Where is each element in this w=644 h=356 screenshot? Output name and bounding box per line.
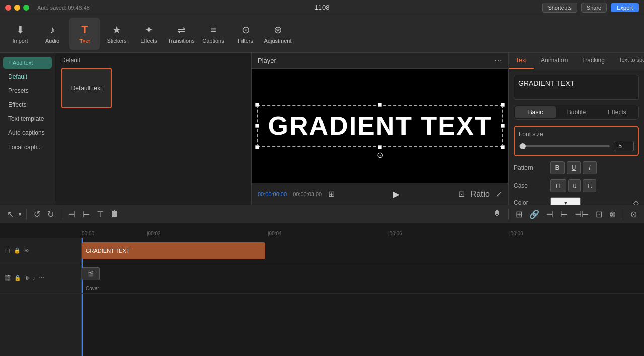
right-content: GRADIENT TEXT Basic Bubble Effects Font … <box>509 69 644 205</box>
timeline-track-labels: TT 🔒 👁 🎬 🔒 👁 ♪ ⋯ <box>0 238 82 356</box>
ruler-mark-2: |00:04 <box>268 231 282 236</box>
clock-button[interactable]: ⊙ <box>628 208 639 220</box>
handle-bottom-left[interactable] <box>255 145 259 149</box>
sidebar-item-default[interactable]: Default <box>3 70 52 83</box>
tab-tracking[interactable]: Tracking <box>575 53 612 69</box>
window-controls[interactable] <box>5 5 29 11</box>
divider-4 <box>623 209 623 219</box>
sidebar-item-local-captions[interactable]: Local capti... <box>3 140 52 154</box>
font-size-slider-track[interactable] <box>519 145 610 147</box>
select-tool-button[interactable]: ↖ <box>5 208 16 220</box>
main-area: + Add text Default Presets Effects Text … <box>0 53 644 205</box>
tool-import[interactable]: ⬇ Import <box>5 18 35 50</box>
case-row: Case TT tt Tt <box>514 179 639 192</box>
color-swatch[interactable]: ▼ <box>550 197 581 205</box>
italic-button[interactable]: I <box>583 161 597 174</box>
close-button[interactable] <box>5 5 11 11</box>
share-button[interactable]: Share <box>581 3 607 13</box>
tool-stickers[interactable]: ★ Stickers <box>102 18 132 50</box>
style-tab-basic[interactable]: Basic <box>515 106 556 118</box>
handle-bottom-right[interactable] <box>501 145 505 149</box>
case-titlecase-button[interactable]: Tt <box>583 179 597 192</box>
tab-text-to-speech[interactable]: Text to spee... <box>612 53 644 69</box>
stretch-button[interactable]: ⊣⊢ <box>573 208 591 220</box>
fullscreen-button[interactable]: ⤢ <box>496 189 502 199</box>
tool-filters[interactable]: ⊙ Filters <box>230 18 261 50</box>
import-icon: ⬇ <box>16 24 25 36</box>
video-thumbnail: 🎬 <box>82 267 100 280</box>
effects-icon: ✦ <box>145 24 153 36</box>
rotate-handle[interactable]: ⊙ <box>377 150 383 160</box>
sidebar-item-auto-captions[interactable]: Auto captions <box>3 126 52 139</box>
play-button[interactable]: ▶ <box>393 189 400 200</box>
video-more-icon: ⋯ <box>39 275 44 281</box>
link-tracks-button[interactable]: 🔗 <box>527 208 541 220</box>
tool-audio[interactable]: ♪ Audio <box>37 18 67 50</box>
magnetic-button[interactable]: ⊞ <box>514 208 524 220</box>
handle-bottom-mid[interactable] <box>378 145 382 149</box>
more-button[interactable]: ⊛ <box>607 208 618 220</box>
tool-transitions[interactable]: ⇌ Transitions <box>166 18 196 50</box>
tool-captions[interactable]: ≡ Captions <box>198 18 228 50</box>
case-uppercase-button[interactable]: TT <box>550 179 566 192</box>
font-size-input[interactable] <box>614 141 634 151</box>
handle-left-mid[interactable] <box>255 124 259 128</box>
subtract-button[interactable]: ⊡ <box>594 208 604 220</box>
auto-align-button[interactable]: ⊢ <box>558 208 570 220</box>
player-menu-button[interactable]: ⋯ <box>494 56 502 65</box>
text-selection-container[interactable]: GRADIENT TEXT ⊙ <box>257 105 503 147</box>
divider-2 <box>61 209 61 219</box>
shortcuts-button[interactable]: Shortcuts <box>542 3 577 13</box>
cover-label: Cover <box>86 286 99 291</box>
style-tab-effects[interactable]: Effects <box>597 106 637 118</box>
bold-button[interactable]: B <box>550 161 565 174</box>
text-track-row: GRADIENT TEXT <box>82 238 644 263</box>
sidebar-item-text-template[interactable]: Text template <box>3 112 52 125</box>
tab-animation[interactable]: Animation <box>534 53 575 69</box>
handle-right-mid[interactable] <box>501 124 505 128</box>
divider-3 <box>508 209 509 219</box>
handle-top-mid[interactable] <box>378 103 382 107</box>
eye-icon: 👁 <box>24 248 29 254</box>
timeline-area: 00:00 |00:02 |00:04 |00:06 |00:08 TT 🔒 👁… <box>0 223 644 356</box>
tab-text[interactable]: Text <box>509 53 534 69</box>
video-eye-icon: 👁 <box>24 275 30 281</box>
color-keyframe-button[interactable]: ◇ <box>633 199 639 205</box>
ruler-mark-1: |00:02 <box>147 231 161 236</box>
add-text-button[interactable]: + Add text <box>3 57 52 69</box>
maximize-button[interactable] <box>23 5 29 11</box>
fit-screen-button[interactable]: ⊡ <box>458 189 465 199</box>
undo-button[interactable]: ↺ <box>32 208 42 220</box>
timeline-grid-button[interactable]: ⊞ <box>328 189 335 199</box>
minimize-button[interactable] <box>14 5 20 11</box>
tool-text[interactable]: T Text <box>69 18 100 50</box>
tool-adjustment[interactable]: ⊛ Adjustment <box>263 18 293 50</box>
align-button[interactable]: ⊣ <box>544 208 555 220</box>
split-button[interactable]: ⊣ <box>66 208 77 220</box>
default-text-item[interactable]: Default text <box>61 68 112 108</box>
text-input-box[interactable]: GRADIENT TEXT <box>514 75 639 100</box>
timeline-ruler-header: 00:00 |00:02 |00:04 |00:06 |00:08 <box>0 223 644 238</box>
mic-button[interactable]: 🎙 <box>491 208 503 220</box>
titlebar: Auto saved: 09:46:48 1108 Shortcuts Shar… <box>0 0 644 15</box>
underline-button[interactable]: U <box>567 161 581 174</box>
tool-effects[interactable]: ✦ Effects <box>134 18 164 50</box>
ratio-button[interactable]: Ratio <box>471 190 490 199</box>
gradient-text-clip[interactable]: GRADIENT TEXT <box>82 242 265 259</box>
redo-button[interactable]: ↻ <box>45 208 56 220</box>
sidebar-item-presets[interactable]: Presets <box>3 84 52 97</box>
trim-left-button[interactable]: ⊢ <box>80 208 92 220</box>
adjustment-icon: ⊛ <box>274 24 282 36</box>
trim-right-button[interactable]: ⊤ <box>95 208 106 220</box>
shortcuts-label: Shortcuts <box>548 5 571 11</box>
sidebar-item-effects[interactable]: Effects <box>3 98 52 111</box>
case-lowercase-button[interactable]: tt <box>568 179 580 192</box>
handle-top-left[interactable] <box>255 103 259 107</box>
text-track-label: TT 🔒 👁 <box>0 238 81 263</box>
font-size-slider-thumb[interactable] <box>520 143 526 149</box>
time-current: 00:00:00:00 <box>258 191 287 197</box>
delete-button[interactable]: 🗑 <box>109 208 121 220</box>
style-tab-bubble[interactable]: Bubble <box>556 106 597 118</box>
export-button[interactable]: Export <box>611 3 639 12</box>
handle-top-right[interactable] <box>501 103 505 107</box>
